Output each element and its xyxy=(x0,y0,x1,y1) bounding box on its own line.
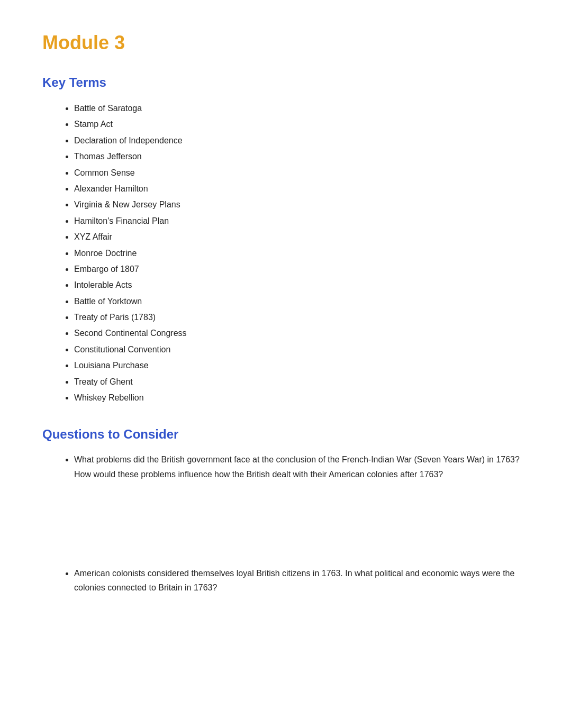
questions-heading: Questions to Consider xyxy=(42,427,520,442)
list-item: Treaty of Paris (1783) xyxy=(74,310,520,325)
list-item: Alexander Hamilton xyxy=(74,181,520,197)
list-item: XYZ Affair xyxy=(74,229,520,245)
list-item: American colonists considered themselves… xyxy=(74,566,520,595)
list-item: Constitutional Convention xyxy=(74,342,520,358)
list-item: Battle of Yorktown xyxy=(74,294,520,310)
list-item: Intolerable Acts xyxy=(74,277,520,293)
list-item: Whiskey Rebellion xyxy=(74,390,520,406)
list-item: Common Sense xyxy=(74,165,520,181)
key-terms-heading: Key Terms xyxy=(42,75,520,90)
list-item: Thomas Jefferson xyxy=(74,149,520,165)
key-terms-list: Battle of SaratogaStamp ActDeclaration o… xyxy=(42,101,520,406)
questions-list: What problems did the British government… xyxy=(42,452,520,595)
list-item: Stamp Act xyxy=(74,116,520,132)
page-title: Module 3 xyxy=(42,32,520,54)
key-terms-section: Key Terms Battle of SaratogaStamp ActDec… xyxy=(42,75,520,406)
list-item: What problems did the British government… xyxy=(74,452,520,481)
list-item: Treaty of Ghent xyxy=(74,374,520,390)
list-item: Virginia & New Jersey Plans xyxy=(74,197,520,213)
list-item: Monroe Doctrine xyxy=(74,245,520,261)
list-item: Embargo of 1807 xyxy=(74,261,520,277)
list-item: Declaration of Independence xyxy=(74,133,520,149)
list-item: Battle of Saratoga xyxy=(74,101,520,116)
list-item: Hamilton's Financial Plan xyxy=(74,213,520,229)
questions-section: Questions to Consider What problems did … xyxy=(42,427,520,595)
list-item: Louisiana Purchase xyxy=(74,358,520,374)
list-item: Second Continental Congress xyxy=(74,325,520,341)
